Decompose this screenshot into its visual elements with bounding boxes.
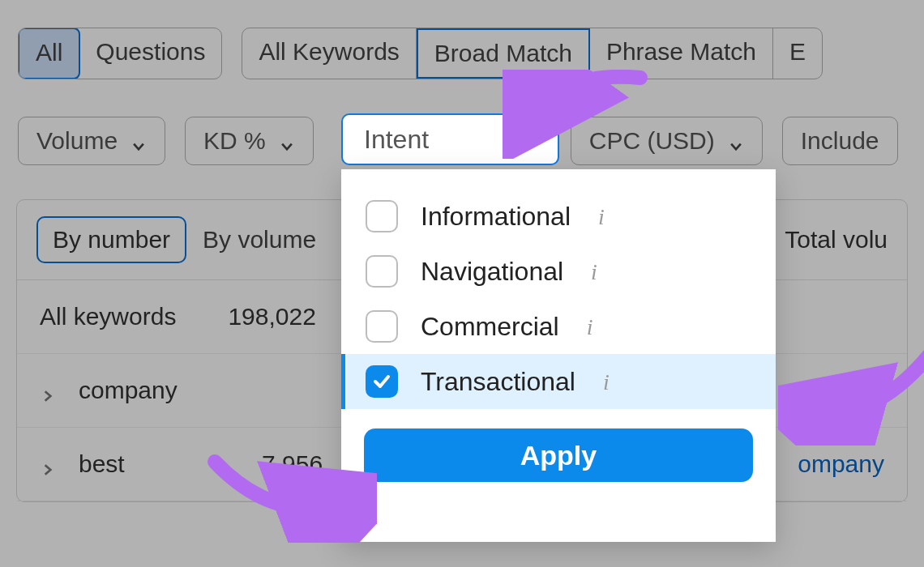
- total-volume-label: Total volu: [785, 226, 888, 254]
- filter-intent[interactable]: Intent: [341, 113, 559, 165]
- intent-option-navigational[interactable]: Navigational i: [341, 244, 776, 299]
- count-cell: 7,956: [262, 450, 323, 478]
- checkbox-icon[interactable]: [366, 255, 398, 288]
- info-icon[interactable]: i: [603, 369, 619, 394]
- filter-kd[interactable]: KD %: [185, 117, 314, 165]
- intent-option-label: Informational: [421, 202, 571, 232]
- tab-phrase-match[interactable]: Phrase Match: [590, 28, 773, 79]
- tab-exact-match[interactable]: E: [773, 28, 822, 79]
- filter-include-label: Include: [801, 127, 879, 155]
- intent-option-commercial[interactable]: Commercial i: [341, 299, 776, 354]
- filter-volume[interactable]: Volume: [18, 117, 165, 165]
- filter-include[interactable]: Include: [782, 117, 898, 165]
- tab-group-questions: All Questions: [18, 28, 222, 79]
- all-keywords-label: All keywords: [40, 303, 176, 330]
- apply-button[interactable]: Apply: [364, 428, 753, 482]
- tab-all[interactable]: All: [18, 28, 80, 79]
- intent-option-transactional[interactable]: Transactional i: [341, 354, 776, 409]
- info-icon[interactable]: i: [591, 259, 607, 284]
- intent-dropdown: Informational i Navigational i Commercia…: [341, 169, 776, 542]
- info-icon[interactable]: i: [598, 204, 614, 228]
- checkbox-icon[interactable]: [366, 200, 398, 232]
- tab-broad-match[interactable]: Broad Match: [417, 28, 590, 79]
- intent-option-label: Commercial: [421, 312, 559, 342]
- intent-option-informational[interactable]: Informational i: [341, 189, 776, 244]
- toggle-by-volume[interactable]: By volume: [203, 218, 316, 262]
- tab-all-keywords[interactable]: All Keywords: [242, 28, 416, 79]
- filter-cpc[interactable]: CPC (USD): [571, 117, 763, 165]
- checkbox-icon[interactable]: [366, 310, 398, 343]
- filter-volume-label: Volume: [36, 127, 118, 155]
- keyword-cell: company: [79, 377, 178, 404]
- chevron-right-icon: [40, 382, 56, 399]
- filter-kd-label: KD %: [203, 127, 266, 155]
- chevron-down-icon: [728, 133, 744, 149]
- info-icon[interactable]: i: [587, 314, 603, 339]
- checkbox-checked-icon[interactable]: [366, 365, 398, 398]
- toggle-by-number[interactable]: By number: [36, 216, 186, 263]
- keyword-type-tabs: All Questions All Keywords Broad Match P…: [0, 0, 924, 79]
- tab-group-match: All Keywords Broad Match Phrase Match E: [242, 28, 823, 79]
- all-keywords-count: 198,022: [228, 303, 315, 330]
- tab-questions[interactable]: Questions: [79, 28, 221, 79]
- filter-cpc-label: CPC (USD): [589, 127, 715, 155]
- chevron-right-icon: [40, 456, 56, 472]
- filter-intent-label: Intent: [364, 125, 429, 155]
- intent-option-label: Navigational: [421, 257, 563, 287]
- chevron-down-icon: [130, 133, 147, 149]
- chevron-down-icon: [279, 133, 295, 149]
- keyword-cell: best: [79, 450, 125, 478]
- intent-option-label: Transactional: [421, 367, 575, 397]
- keyword-link[interactable]: ompany: [798, 450, 884, 478]
- chevron-down-icon: [517, 130, 537, 149]
